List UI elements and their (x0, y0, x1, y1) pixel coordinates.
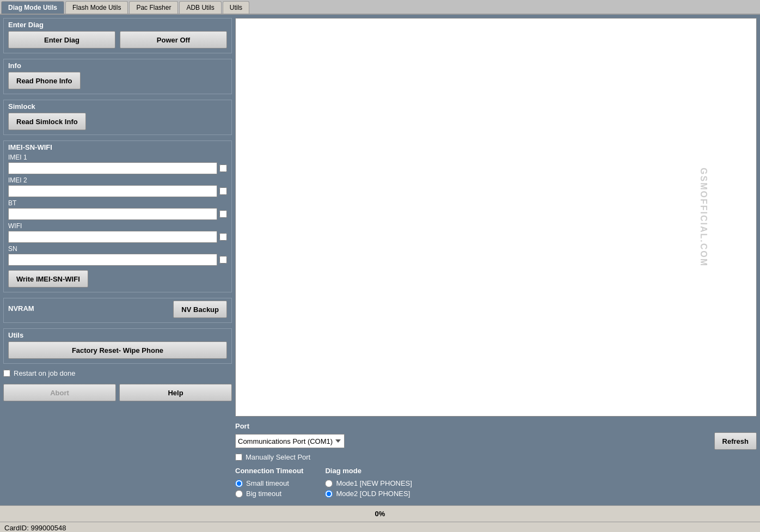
refresh-button[interactable]: Refresh (714, 432, 757, 450)
bt-checkbox[interactable] (219, 210, 227, 218)
utils-section: Utils Factory Reset- Wipe Phone (3, 328, 232, 364)
small-timeout-radio[interactable] (235, 480, 243, 487)
bottom-options: Connection Timeout Small timeout Big tim… (235, 464, 757, 500)
power-off-button[interactable]: Power Off (120, 31, 227, 48)
tab-diag-mode-utils[interactable]: Diag Mode Utils (1, 1, 64, 14)
imei1-label: IMEI 1 (8, 154, 227, 161)
imei-section: IMEI-SN-WIFI IMEI 1 IMEI 2 BT WIFI (3, 140, 232, 292)
port-section: Port Communications Port (COM1) Refresh … (235, 420, 757, 502)
big-timeout-row: Big timeout (235, 490, 303, 498)
bt-label: BT (8, 199, 227, 207)
big-timeout-radio[interactable] (235, 490, 243, 498)
restart-label: Restart on job done (14, 369, 75, 377)
tab-utils[interactable]: Utils (223, 1, 249, 14)
enter-diag-section: Enter Diag Enter Diag Power Off (3, 18, 232, 53)
wifi-input[interactable] (8, 231, 217, 243)
main-container: Enter Diag Enter Diag Power Off Info Rea… (0, 15, 760, 505)
write-imei-sn-wifi-button[interactable]: Write IMEI-SN-WIFI (8, 270, 88, 288)
watermark: GSMOFFICIAL.COM (698, 168, 708, 267)
imei1-input[interactable] (8, 162, 217, 174)
wifi-label: WIFI (8, 222, 227, 230)
big-timeout-label: Big timeout (246, 490, 281, 498)
small-timeout-row: Small timeout (235, 479, 303, 487)
manually-row: Manually Select Port (235, 453, 757, 461)
tab-adb-utils[interactable]: ADB Utils (179, 1, 221, 14)
imei-header: IMEI-SN-WIFI (8, 143, 227, 151)
wifi-checkbox[interactable] (219, 233, 227, 241)
mode2-label: Mode2 [OLD PHONES] (336, 490, 410, 498)
bt-row (8, 208, 227, 220)
connection-timeout-group: Connection Timeout Small timeout Big tim… (235, 467, 303, 498)
sn-checkbox[interactable] (219, 256, 227, 264)
nv-backup-button[interactable]: NV Backup (173, 301, 227, 318)
restart-row: Restart on job done (3, 369, 232, 377)
output-area: GSMOFFICIAL.COM (235, 18, 757, 417)
tab-pac-flasher[interactable]: Pac Flasher (129, 1, 178, 14)
mode1-radio[interactable] (325, 480, 333, 487)
imei2-label: IMEI 2 (8, 176, 227, 184)
enter-diag-header: Enter Diag (8, 21, 227, 29)
read-simlock-info-button[interactable]: Read Simlock Info (8, 113, 86, 130)
wifi-row (8, 231, 227, 243)
imei1-row (8, 162, 227, 174)
status-bar: CardID: 999000548 (0, 522, 760, 532)
port-header: Port (235, 422, 757, 430)
port-select-wrapper: Communications Port (COM1) (235, 434, 711, 448)
bt-input[interactable] (8, 208, 217, 220)
read-phone-info-button[interactable]: Read Phone Info (8, 72, 81, 89)
imei2-input[interactable] (8, 185, 217, 197)
progress-value: 0% (375, 510, 385, 518)
sn-input[interactable] (8, 254, 217, 266)
port-select[interactable]: Communications Port (COM1) (235, 434, 345, 448)
restart-checkbox[interactable] (3, 370, 10, 377)
connection-timeout-title: Connection Timeout (235, 467, 303, 475)
right-panel: GSMOFFICIAL.COM Port Communications Port… (235, 18, 757, 502)
small-timeout-label: Small timeout (246, 479, 289, 487)
imei2-checkbox[interactable] (219, 187, 227, 195)
mode1-row: Mode1 [NEW PHONES] (325, 479, 412, 487)
utils-header: Utils (8, 331, 227, 339)
progress-bar: 0% (0, 505, 760, 522)
imei1-checkbox[interactable] (219, 164, 227, 172)
sn-label: SN (8, 245, 227, 253)
enter-diag-button[interactable]: Enter Diag (8, 31, 115, 48)
mode2-radio[interactable] (325, 490, 333, 498)
status-text: CardID: 999000548 (4, 524, 66, 532)
sn-row (8, 254, 227, 266)
diag-mode-title: Diag mode (325, 467, 412, 475)
manually-select-checkbox[interactable] (235, 454, 242, 461)
tab-flash-mode-utils[interactable]: Flash Mode Utils (65, 1, 128, 14)
factory-reset-button[interactable]: Factory Reset- Wipe Phone (8, 341, 227, 359)
mode2-row: Mode2 [OLD PHONES] (325, 490, 412, 498)
help-button[interactable]: Help (119, 384, 232, 401)
port-row: Communications Port (COM1) Refresh (235, 432, 757, 450)
imei2-row (8, 185, 227, 197)
diag-mode-group: Diag mode Mode1 [NEW PHONES] Mode2 [OLD … (325, 467, 412, 498)
info-section: Info Read Phone Info (3, 59, 232, 94)
simlock-section: Simlock Read Simlock Info (3, 100, 232, 135)
nvram-section: NVRAM NV Backup (3, 298, 232, 323)
left-panel: Enter Diag Enter Diag Power Off Info Rea… (3, 18, 232, 502)
action-row: Abort Help (3, 384, 232, 401)
simlock-header: Simlock (8, 102, 227, 111)
nvram-header: NVRAM (8, 304, 34, 313)
tab-bar: Diag Mode Utils Flash Mode Utils Pac Fla… (0, 0, 760, 15)
mode1-label: Mode1 [NEW PHONES] (336, 479, 412, 487)
info-header: Info (8, 62, 227, 70)
manually-select-label: Manually Select Port (246, 453, 310, 461)
abort-button[interactable]: Abort (3, 384, 116, 401)
